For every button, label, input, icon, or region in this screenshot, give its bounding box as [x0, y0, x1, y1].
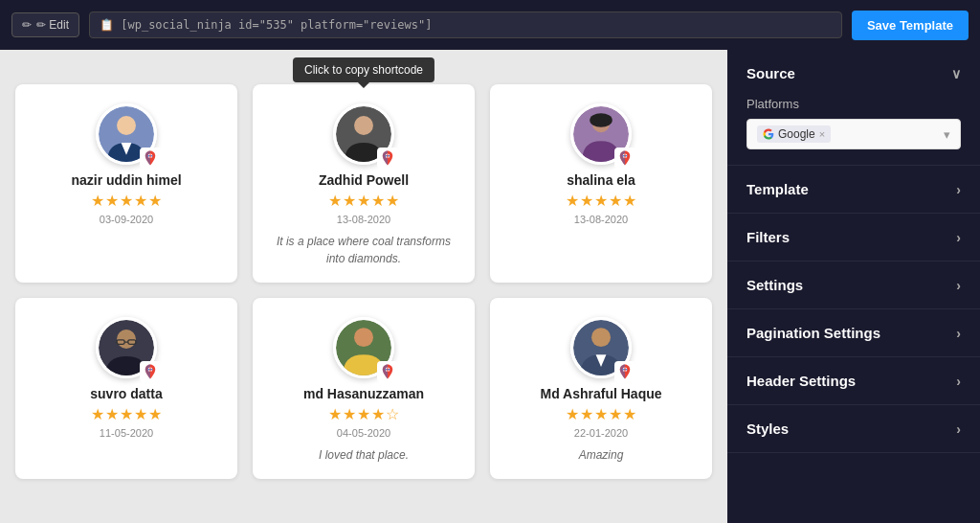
review-card: suvro datta ★★★★★ 11-05-2020	[15, 298, 237, 479]
platform-select[interactable]: Google × ▾	[746, 119, 961, 149]
review-card: nazir uddin himel ★★★★★ 03-09-2020	[15, 84, 237, 283]
section-label: Template	[746, 181, 809, 197]
shortcode-box[interactable]: 📋 [wp_social_ninja id="535" platform="re…	[89, 11, 842, 38]
sidebar-section-filters: Filters ›	[727, 214, 980, 262]
reviewer-name: md Hasanuzzaman	[303, 386, 424, 401]
star-rating: ★★★★★	[91, 192, 163, 210]
sidebar-section-styles: Styles ›	[727, 405, 980, 453]
svg-point-8	[590, 113, 612, 127]
shortcode-tooltip: Click to copy shortcode	[293, 57, 434, 82]
main-content: Click to copy shortcode nazir uddin hime…	[0, 50, 727, 523]
svg-point-20	[591, 328, 611, 347]
avatar-wrap	[96, 103, 157, 165]
reviewer-name: nazir uddin himel	[71, 172, 181, 188]
platforms-label: Platforms	[746, 97, 961, 111]
sidebar-section-header-styles[interactable]: Styles ›	[727, 405, 980, 452]
section-label: Source	[746, 65, 795, 81]
sidebar-section-header-filters[interactable]: Filters ›	[727, 214, 980, 261]
sidebar-section-header-settings[interactable]: Settings ›	[727, 262, 980, 308]
review-card: shalina ela ★★★★★ 13-08-2020	[490, 84, 712, 283]
chevron-down-icon: ∨	[951, 66, 961, 81]
sidebar-section-header-pagination[interactable]: Pagination Settings ›	[727, 309, 980, 356]
star-rating: ★★★★★	[91, 405, 163, 423]
chevron-right-icon: ›	[956, 182, 961, 197]
edit-button[interactable]: ✏ ✏ Edit	[11, 12, 79, 37]
review-date: 03-09-2020	[100, 214, 153, 225]
chevron-right-icon: ›	[956, 230, 961, 245]
header: ✏ ✏ Edit 📋 [wp_social_ninja id="535" pla…	[0, 0, 980, 50]
section-content-source: Platforms Google × ▾	[727, 97, 980, 165]
review-card: Zadhid Powell ★★★★★ 13-08-2020 It is a p…	[253, 84, 475, 283]
star-rating: ★★★★☆	[328, 405, 400, 423]
reviewer-name: Zadhid Powell	[319, 172, 409, 188]
reviews-grid: nazir uddin himel ★★★★★ 03-09-2020 Zadhi…	[15, 84, 712, 479]
svg-point-17	[354, 328, 373, 347]
section-label: Pagination Settings	[746, 325, 880, 341]
edit-label: ✏ Edit	[36, 18, 69, 32]
review-text: I loved that place.	[319, 446, 409, 464]
review-text: It is a place where coal transforms into…	[268, 233, 459, 267]
section-label: Styles	[746, 421, 789, 437]
chevron-right-icon: ›	[956, 326, 961, 341]
save-template-button[interactable]: Save Template	[852, 11, 969, 40]
review-date: 13-08-2020	[574, 214, 628, 225]
svg-point-4	[354, 116, 373, 135]
platform-tag-remove[interactable]: ×	[819, 128, 825, 140]
sidebar: Source ∨ Platforms Google × ▾ Template ›	[727, 50, 980, 523]
sidebar-section-header-source[interactable]: Source ∨	[727, 50, 980, 97]
reviewer-name: Md Ashraful Haque	[540, 386, 661, 401]
chevron-right-icon: ›	[956, 374, 961, 389]
review-date: 13-08-2020	[337, 214, 390, 225]
reviewer-name: shalina ela	[567, 172, 635, 188]
sidebar-section-header-template[interactable]: Template ›	[727, 166, 980, 213]
avatar-wrap	[333, 103, 394, 165]
body-layout: Click to copy shortcode nazir uddin hime…	[0, 50, 980, 523]
shortcode-icon: 📋	[100, 18, 114, 32]
section-label: Settings	[746, 277, 803, 293]
star-rating: ★★★★★	[328, 192, 400, 210]
google-maps-icon	[140, 361, 161, 382]
dropdown-chevron: ▾	[944, 127, 950, 142]
google-maps-icon	[614, 148, 635, 169]
review-date: 22-01-2020	[574, 427, 628, 439]
review-card: Md Ashraful Haque ★★★★★ 22-01-2020 Amazi…	[490, 298, 712, 479]
review-date: 04-05-2020	[337, 427, 390, 439]
sidebar-section-pagination: Pagination Settings ›	[727, 309, 980, 357]
avatar-wrap	[570, 317, 632, 378]
avatar-wrap	[570, 103, 632, 165]
google-maps-icon	[140, 148, 161, 169]
sidebar-section-source: Source ∨ Platforms Google × ▾	[727, 50, 980, 166]
edit-icon: ✏	[22, 18, 32, 32]
review-text: Amazing	[579, 446, 624, 464]
chevron-right-icon: ›	[956, 421, 961, 437]
google-maps-icon	[614, 361, 635, 382]
sidebar-section-template: Template ›	[727, 166, 980, 214]
sidebar-section-header-header[interactable]: Header Settings ›	[727, 357, 980, 404]
review-date: 11-05-2020	[100, 427, 153, 439]
reviewer-name: suvro datta	[90, 386, 162, 401]
sidebar-section-header: Header Settings ›	[727, 357, 980, 405]
platform-tag-google: Google ×	[757, 125, 831, 143]
chevron-right-icon: ›	[956, 278, 961, 293]
shortcode-text: [wp_social_ninja id="535" platform="revi…	[121, 18, 432, 32]
svg-point-1	[117, 116, 136, 135]
svg-point-11	[117, 330, 136, 349]
avatar-wrap	[333, 317, 394, 378]
section-label: Header Settings	[746, 373, 856, 389]
google-maps-icon	[377, 148, 398, 169]
sidebar-section-settings: Settings ›	[727, 262, 980, 309]
review-card: md Hasanuzzaman ★★★★☆ 04-05-2020 I loved…	[253, 298, 475, 479]
avatar-wrap	[96, 317, 157, 378]
section-label: Filters	[746, 229, 790, 245]
star-rating: ★★★★★	[566, 405, 637, 423]
star-rating: ★★★★★	[566, 192, 637, 210]
google-maps-icon	[377, 361, 398, 382]
